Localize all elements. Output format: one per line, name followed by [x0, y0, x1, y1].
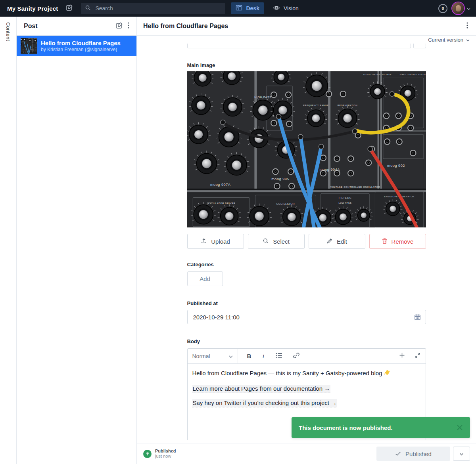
insert-block-button[interactable] [394, 349, 410, 363]
content-rail-label[interactable]: Content [5, 22, 11, 464]
version-label: Current version [428, 37, 463, 43]
svg-text:REGENERATION: REGENERATION [337, 104, 357, 107]
italic-button[interactable]: i [262, 353, 265, 359]
main-image-label: Main image [187, 62, 426, 68]
document-title: Hello from Cloudflare Pages [143, 23, 464, 30]
toast-message: This document is now published. [299, 424, 393, 431]
tab-desk[interactable]: Desk [231, 2, 264, 14]
edit-button[interactable]: Edit [309, 234, 365, 249]
publish-time: just now [155, 454, 176, 459]
project-title: My Sanity Project [7, 5, 58, 12]
body-paragraph: Hello from Cloudflare Pages — this is my… [192, 369, 421, 378]
post-panel-title: Post [24, 23, 113, 30]
document-footer: Published just now Published [137, 443, 476, 464]
waving-hand-emoji-icon [384, 370, 390, 378]
published-at-input[interactable] [192, 313, 414, 321]
bullet-list-icon [276, 353, 282, 360]
published-status-icon [143, 450, 152, 458]
select-button[interactable]: Select [248, 234, 305, 249]
publish-status: Published [155, 449, 176, 454]
version-selector[interactable]: Current version [137, 36, 476, 44]
svg-text:FILTERS: FILTERS [338, 197, 351, 200]
svg-text:FIXED CONTROL VOLTAGE: FIXED CONTROL VOLTAGE [363, 74, 391, 76]
avatar-caret-icon[interactable] [467, 5, 470, 12]
topbar: My Sanity Project Desk [0, 0, 476, 17]
chevron-down-icon [459, 450, 464, 457]
tab-vision[interactable]: Vision [268, 2, 303, 14]
svg-text:HIGH PASS: HIGH PASS [254, 96, 271, 99]
post-item-title: Hello from Cloudflare Pages [41, 39, 121, 47]
docs-link[interactable]: Learn more about Pages from our document… [192, 385, 331, 393]
body-label: Body [187, 338, 426, 344]
expand-editor-button[interactable] [410, 349, 426, 363]
post-panel-header: Post [17, 17, 136, 36]
notification-badge[interactable]: 0 [438, 4, 447, 13]
body-content[interactable]: Hello from Cloudflare Pages — this is my… [188, 364, 426, 407]
bold-button[interactable]: B [247, 353, 251, 359]
post-item-subtitle: by Kristian Freeman (@signalnerve) [41, 47, 121, 53]
post-list-item[interactable]: Hello from Cloudflare Pages by Kristian … [17, 36, 136, 56]
published-at-field [187, 310, 426, 324]
body-toolbar: Normal B i [188, 349, 426, 364]
body-link-line: Say hey on Twitter if you're checking ou… [192, 399, 421, 407]
editor-header: Hello from Cloudflare Pages [137, 17, 476, 36]
calendar-icon[interactable] [414, 314, 421, 321]
eye-icon [273, 5, 280, 12]
published-at-label: Published at [187, 300, 426, 306]
svg-text:moog 904A: moog 904A [319, 168, 340, 172]
desk-icon [236, 5, 242, 12]
close-icon[interactable] [457, 424, 463, 431]
link-icon [293, 352, 299, 360]
remove-button[interactable]: Remove [369, 234, 426, 249]
pencil-icon [326, 238, 333, 245]
dots-vertical-icon [466, 22, 468, 30]
upload-icon [201, 238, 207, 245]
publish-button[interactable]: Published [376, 447, 450, 461]
add-category-button[interactable]: Add [187, 271, 223, 286]
svg-text:LOW PASS: LOW PASS [338, 202, 351, 204]
svg-text:FIXED CONTROL VOLTAGE: FIXED CONTROL VOLTAGE [399, 74, 426, 76]
twitter-link[interactable]: Say hey on Twitter if you're checking ou… [192, 399, 338, 407]
svg-text:OSCILLATOR DRIVER: OSCILLATOR DRIVER [207, 202, 235, 204]
content-rail: Content [0, 17, 17, 464]
tab-desk-label: Desk [246, 5, 259, 11]
upload-button[interactable]: Upload [187, 234, 244, 249]
slug-input-partial[interactable] [187, 44, 411, 48]
document-editor-panel: Hello from Cloudflare Pages Current vers… [137, 17, 476, 464]
main-image-preview[interactable]: HIGH PASSFREQUENCY RANGEREGENERATIONFIXE… [187, 71, 426, 227]
avatar[interactable] [452, 2, 464, 14]
slug-button-partial[interactable] [413, 44, 426, 48]
svg-text:moog 902: moog 902 [387, 164, 405, 168]
categories-label: Categories [187, 262, 426, 267]
search-bar[interactable] [81, 3, 225, 14]
link-button[interactable] [293, 352, 299, 360]
trash-icon [382, 238, 388, 245]
slug-field-partial [187, 44, 426, 48]
body-link-line: Learn more about Pages from our document… [192, 384, 421, 393]
search-input[interactable] [94, 5, 221, 12]
image-actions: Upload Select [187, 234, 426, 249]
document-form: Main image HIGH PASSFREQUENCY RANGEREGEN… [137, 44, 476, 443]
expand-icon [415, 353, 420, 360]
svg-text:VOLTAGE CONTROLLED OSCILLATOR: VOLTAGE CONTROLLED OSCILLATOR [330, 185, 380, 188]
style-selector[interactable]: Normal [188, 349, 238, 363]
svg-text:OSCILLATOR: OSCILLATOR [276, 202, 294, 205]
check-icon [395, 451, 401, 457]
dots-vertical-icon [128, 22, 129, 30]
post-item-thumbnail [21, 38, 37, 54]
tab-vision-label: Vision [284, 5, 299, 11]
plus-icon [399, 352, 405, 360]
compose-icon [66, 6, 73, 12]
chevron-down-icon [229, 353, 233, 359]
search-icon [263, 238, 269, 245]
toast-notification: This document is now published. [292, 417, 470, 438]
publish-menu-button[interactable] [453, 447, 470, 461]
new-post-button[interactable] [113, 19, 125, 33]
bullet-list-button[interactable] [276, 353, 282, 360]
search-icon [85, 5, 91, 12]
new-document-button[interactable] [66, 4, 73, 13]
document-menu-button[interactable] [464, 20, 470, 32]
compose-icon [116, 22, 123, 31]
svg-text:moog 995: moog 995 [271, 177, 289, 181]
post-panel-menu-button[interactable] [125, 20, 132, 32]
